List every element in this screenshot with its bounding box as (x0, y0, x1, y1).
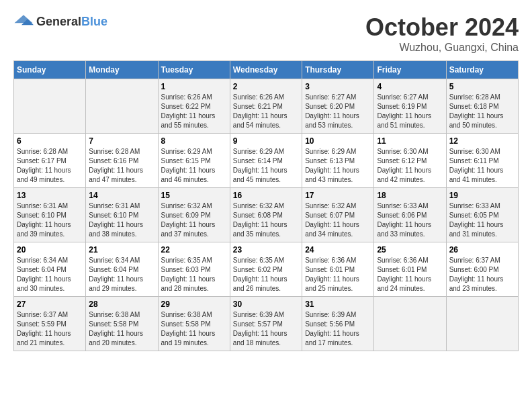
day-number: 29 (161, 300, 227, 309)
calendar-cell: 5 Sunrise: 6:28 AMSunset: 6:18 PMDayligh… (446, 79, 518, 134)
month-title: October 2024 (365, 13, 519, 42)
day-info: Sunrise: 6:35 AMSunset: 6:02 PMDaylight:… (233, 256, 299, 293)
day-number: 17 (305, 191, 371, 200)
day-info: Sunrise: 6:38 AMSunset: 5:58 PMDaylight:… (89, 310, 154, 348)
day-number: 23 (233, 245, 299, 255)
day-info: Sunrise: 6:34 AMSunset: 6:04 PMDaylight:… (89, 256, 154, 293)
calendar-cell: 27 Sunrise: 6:37 AMSunset: 5:59 PMDaylig… (14, 297, 86, 351)
day-info: Sunrise: 6:29 AMSunset: 6:13 PMDaylight:… (305, 147, 371, 185)
calendar-cell: 4 Sunrise: 6:27 AMSunset: 6:19 PMDayligh… (374, 79, 446, 134)
day-number: 8 (161, 136, 227, 146)
day-number: 3 (305, 82, 371, 91)
day-number: 11 (377, 136, 443, 146)
day-number: 19 (449, 191, 515, 200)
weekday-header-row: SundayMondayTuesdayWednesdayThursdayFrid… (14, 61, 519, 79)
day-info: Sunrise: 6:33 AMSunset: 6:05 PMDaylight:… (449, 201, 515, 239)
day-number: 1 (161, 82, 227, 91)
weekday-header: Thursday (302, 61, 374, 79)
day-info: Sunrise: 6:33 AMSunset: 6:06 PMDaylight:… (377, 201, 443, 239)
logo-icon (13, 13, 34, 30)
calendar-cell: 8 Sunrise: 6:29 AMSunset: 6:15 PMDayligh… (158, 134, 230, 188)
day-info: Sunrise: 6:26 AMSunset: 6:22 PMDaylight:… (161, 93, 227, 130)
calendar-cell: 11 Sunrise: 6:30 AMSunset: 6:12 PMDaylig… (374, 134, 446, 188)
day-number: 16 (233, 191, 299, 200)
logo-blue: Blue (81, 15, 107, 28)
day-number: 24 (305, 245, 371, 255)
day-number: 15 (161, 191, 227, 200)
weekday-header: Friday (374, 61, 446, 79)
logo-general: General (36, 15, 81, 28)
day-info: Sunrise: 6:32 AMSunset: 6:07 PMDaylight:… (305, 201, 371, 239)
calendar-cell: 3 Sunrise: 6:27 AMSunset: 6:20 PMDayligh… (302, 79, 374, 134)
day-number: 6 (17, 136, 83, 146)
day-number: 25 (377, 245, 443, 255)
day-number: 2 (233, 82, 299, 91)
day-number: 5 (449, 82, 515, 91)
day-info: Sunrise: 6:28 AMSunset: 6:18 PMDaylight:… (449, 93, 515, 130)
day-info: Sunrise: 6:29 AMSunset: 6:15 PMDaylight:… (161, 147, 227, 185)
day-info: Sunrise: 6:38 AMSunset: 5:58 PMDaylight:… (161, 310, 227, 348)
logo: GeneralBlue (13, 13, 107, 30)
calendar-cell: 9 Sunrise: 6:29 AMSunset: 6:14 PMDayligh… (230, 134, 302, 188)
day-number: 13 (17, 191, 83, 200)
day-info: Sunrise: 6:35 AMSunset: 6:03 PMDaylight:… (161, 256, 227, 293)
weekday-header: Monday (86, 61, 158, 79)
calendar-cell (446, 297, 518, 351)
day-number: 28 (89, 300, 154, 309)
calendar-cell: 21 Sunrise: 6:34 AMSunset: 6:04 PMDaylig… (86, 242, 158, 297)
day-number: 27 (17, 300, 83, 309)
page-header: GeneralBlue October 2024 Wuzhou, Guangxi… (13, 13, 519, 54)
calendar-cell: 18 Sunrise: 6:33 AMSunset: 6:06 PMDaylig… (374, 188, 446, 242)
calendar-cell: 6 Sunrise: 6:28 AMSunset: 6:17 PMDayligh… (14, 134, 86, 188)
calendar-cell (86, 79, 158, 134)
calendar-cell: 13 Sunrise: 6:31 AMSunset: 6:10 PMDaylig… (14, 188, 86, 242)
title-block: October 2024 Wuzhou, Guangxi, China (365, 13, 519, 54)
day-info: Sunrise: 6:28 AMSunset: 6:16 PMDaylight:… (89, 147, 154, 185)
calendar-cell (14, 79, 86, 134)
location-title: Wuzhou, Guangxi, China (365, 42, 519, 54)
weekday-header: Sunday (14, 61, 86, 79)
day-info: Sunrise: 6:28 AMSunset: 6:17 PMDaylight:… (17, 147, 83, 185)
calendar-cell: 26 Sunrise: 6:37 AMSunset: 6:00 PMDaylig… (446, 242, 518, 297)
day-info: Sunrise: 6:32 AMSunset: 6:09 PMDaylight:… (161, 201, 227, 239)
calendar-cell: 23 Sunrise: 6:35 AMSunset: 6:02 PMDaylig… (230, 242, 302, 297)
calendar-cell: 30 Sunrise: 6:39 AMSunset: 5:57 PMDaylig… (230, 297, 302, 351)
day-info: Sunrise: 6:39 AMSunset: 5:57 PMDaylight:… (233, 310, 299, 348)
calendar-cell: 24 Sunrise: 6:36 AMSunset: 6:01 PMDaylig… (302, 242, 374, 297)
day-info: Sunrise: 6:36 AMSunset: 6:01 PMDaylight:… (377, 256, 443, 293)
calendar-cell: 31 Sunrise: 6:39 AMSunset: 5:56 PMDaylig… (302, 297, 374, 351)
weekday-header: Saturday (446, 61, 518, 79)
day-info: Sunrise: 6:30 AMSunset: 6:11 PMDaylight:… (449, 147, 515, 185)
day-number: 22 (161, 245, 227, 255)
day-number: 21 (89, 245, 154, 255)
weekday-header: Tuesday (158, 61, 230, 79)
day-info: Sunrise: 6:27 AMSunset: 6:19 PMDaylight:… (377, 93, 443, 130)
calendar-cell (374, 297, 446, 351)
calendar-cell: 20 Sunrise: 6:34 AMSunset: 6:04 PMDaylig… (14, 242, 86, 297)
day-info: Sunrise: 6:31 AMSunset: 6:10 PMDaylight:… (17, 201, 83, 239)
day-info: Sunrise: 6:32 AMSunset: 6:08 PMDaylight:… (233, 201, 299, 239)
calendar-week-row: 6 Sunrise: 6:28 AMSunset: 6:17 PMDayligh… (14, 134, 519, 188)
calendar-cell: 16 Sunrise: 6:32 AMSunset: 6:08 PMDaylig… (230, 188, 302, 242)
calendar-cell: 19 Sunrise: 6:33 AMSunset: 6:05 PMDaylig… (446, 188, 518, 242)
calendar-cell: 10 Sunrise: 6:29 AMSunset: 6:13 PMDaylig… (302, 134, 374, 188)
calendar-week-row: 20 Sunrise: 6:34 AMSunset: 6:04 PMDaylig… (14, 242, 519, 297)
calendar-week-row: 1 Sunrise: 6:26 AMSunset: 6:22 PMDayligh… (14, 79, 519, 134)
day-info: Sunrise: 6:29 AMSunset: 6:14 PMDaylight:… (233, 147, 299, 185)
logo-text: GeneralBlue (36, 15, 107, 29)
calendar-cell: 2 Sunrise: 6:26 AMSunset: 6:21 PMDayligh… (230, 79, 302, 134)
calendar-cell: 28 Sunrise: 6:38 AMSunset: 5:58 PMDaylig… (86, 297, 158, 351)
calendar-cell: 25 Sunrise: 6:36 AMSunset: 6:01 PMDaylig… (374, 242, 446, 297)
calendar-cell: 7 Sunrise: 6:28 AMSunset: 6:16 PMDayligh… (86, 134, 158, 188)
day-info: Sunrise: 6:37 AMSunset: 6:00 PMDaylight:… (449, 256, 515, 293)
day-info: Sunrise: 6:31 AMSunset: 6:10 PMDaylight:… (89, 201, 154, 239)
calendar-table: SundayMondayTuesdayWednesdayThursdayFrid… (13, 60, 519, 351)
day-number: 14 (89, 191, 154, 200)
day-number: 18 (377, 191, 443, 200)
day-number: 12 (449, 136, 515, 146)
day-info: Sunrise: 6:34 AMSunset: 6:04 PMDaylight:… (17, 256, 83, 293)
calendar-cell: 12 Sunrise: 6:30 AMSunset: 6:11 PMDaylig… (446, 134, 518, 188)
day-number: 31 (305, 300, 371, 309)
day-info: Sunrise: 6:36 AMSunset: 6:01 PMDaylight:… (305, 256, 371, 293)
calendar-cell: 29 Sunrise: 6:38 AMSunset: 5:58 PMDaylig… (158, 297, 230, 351)
